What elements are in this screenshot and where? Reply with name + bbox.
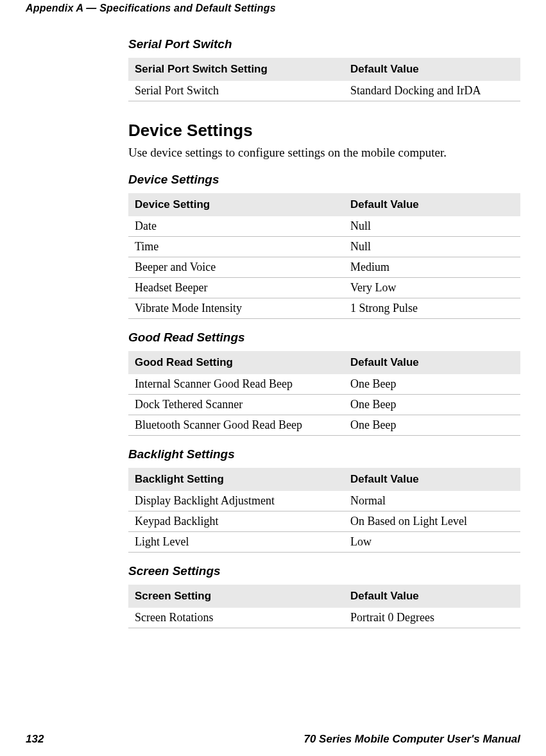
cell-value: Portrait 0 Degrees (344, 608, 520, 628)
cell-setting: Date (128, 216, 344, 237)
table-row: Serial Port Switch Standard Docking and … (128, 81, 520, 101)
backlight-heading: Backlight Settings (128, 447, 520, 461)
col-header-setting: Good Read Setting (128, 351, 344, 374)
backlight-table: Backlight Setting Default Value Display … (128, 468, 520, 553)
cell-setting: Bluetooth Scanner Good Read Beep (128, 415, 344, 435)
device-settings-body: Use device settings to configure setting… (128, 144, 520, 161)
table-row: Dock Tethered ScannerOne Beep (128, 394, 520, 415)
cell-setting: Vibrate Mode Intensity (128, 298, 344, 318)
serial-port-switch-heading: Serial Port Switch (128, 37, 520, 51)
table-row: Display Backlight AdjustmentNormal (128, 491, 520, 511)
col-header-setting: Backlight Setting (128, 468, 344, 491)
table-row: Beeper and VoiceMedium (128, 257, 520, 277)
cell-value: On Based on Light Level (344, 511, 520, 531)
cell-setting: Headset Beeper (128, 277, 344, 298)
table-row: Headset BeeperVery Low (128, 277, 520, 298)
cell-value: Low (344, 531, 520, 552)
serial-port-switch-table: Serial Port Switch Setting Default Value… (128, 58, 520, 101)
table-header-row: Device Setting Default Value (128, 193, 520, 216)
col-header-setting: Screen Setting (128, 585, 344, 608)
table-row: Internal Scanner Good Read BeepOne Beep (128, 374, 520, 395)
cell-setting: Screen Rotations (128, 608, 344, 628)
cell-value: Null (344, 216, 520, 237)
table-row: Keypad BacklightOn Based on Light Level (128, 511, 520, 531)
cell-setting: Internal Scanner Good Read Beep (128, 374, 344, 395)
cell-setting: Keypad Backlight (128, 511, 344, 531)
cell-setting: Beeper and Voice (128, 257, 344, 277)
table-row: Bluetooth Scanner Good Read BeepOne Beep (128, 415, 520, 435)
cell-value: One Beep (344, 394, 520, 415)
col-header-value: Default Value (344, 193, 520, 216)
cell-value: Very Low (344, 277, 520, 298)
screen-heading: Screen Settings (128, 564, 520, 578)
device-settings-table: Device Setting Default Value DateNull Ti… (128, 193, 520, 319)
col-header-value: Default Value (344, 468, 520, 491)
table-row: TimeNull (128, 236, 520, 257)
device-settings-subheading: Device Settings (128, 173, 520, 187)
cell-setting: Light Level (128, 531, 344, 552)
page-number: 132 (26, 733, 44, 746)
col-header-value: Default Value (344, 351, 520, 374)
screen-table: Screen Setting Default Value Screen Rota… (128, 585, 520, 628)
good-read-table: Good Read Setting Default Value Internal… (128, 351, 520, 436)
table-row: DateNull (128, 216, 520, 237)
cell-setting: Time (128, 236, 344, 257)
table-header-row: Backlight Setting Default Value (128, 468, 520, 491)
cell-value: Standard Docking and IrDA (344, 81, 520, 101)
page-footer: 132 70 Series Mobile Computer User's Man… (26, 733, 520, 746)
table-row: Screen RotationsPortrait 0 Degrees (128, 608, 520, 628)
col-header-value: Default Value (344, 585, 520, 608)
col-header-setting: Serial Port Switch Setting (128, 58, 344, 81)
device-settings-heading: Device Settings (128, 121, 520, 141)
good-read-heading: Good Read Settings (128, 331, 520, 345)
manual-title: 70 Series Mobile Computer User's Manual (303, 733, 520, 746)
col-header-value: Default Value (344, 58, 520, 81)
cell-setting: Display Backlight Adjustment (128, 491, 344, 511)
table-row: Vibrate Mode Intensity1 Strong Pulse (128, 298, 520, 318)
cell-value: Medium (344, 257, 520, 277)
table-header-row: Screen Setting Default Value (128, 585, 520, 608)
page-header: Appendix A — Specifications and Default … (26, 0, 520, 18)
page-content: Serial Port Switch Serial Port Switch Se… (128, 18, 520, 628)
cell-value: 1 Strong Pulse (344, 298, 520, 318)
cell-setting: Serial Port Switch (128, 81, 344, 101)
cell-value: Normal (344, 491, 520, 511)
cell-value: One Beep (344, 374, 520, 395)
cell-value: One Beep (344, 415, 520, 435)
table-header-row: Good Read Setting Default Value (128, 351, 520, 374)
cell-value: Null (344, 236, 520, 257)
col-header-setting: Device Setting (128, 193, 344, 216)
cell-setting: Dock Tethered Scanner (128, 394, 344, 415)
table-row: Light LevelLow (128, 531, 520, 552)
table-header-row: Serial Port Switch Setting Default Value (128, 58, 520, 81)
